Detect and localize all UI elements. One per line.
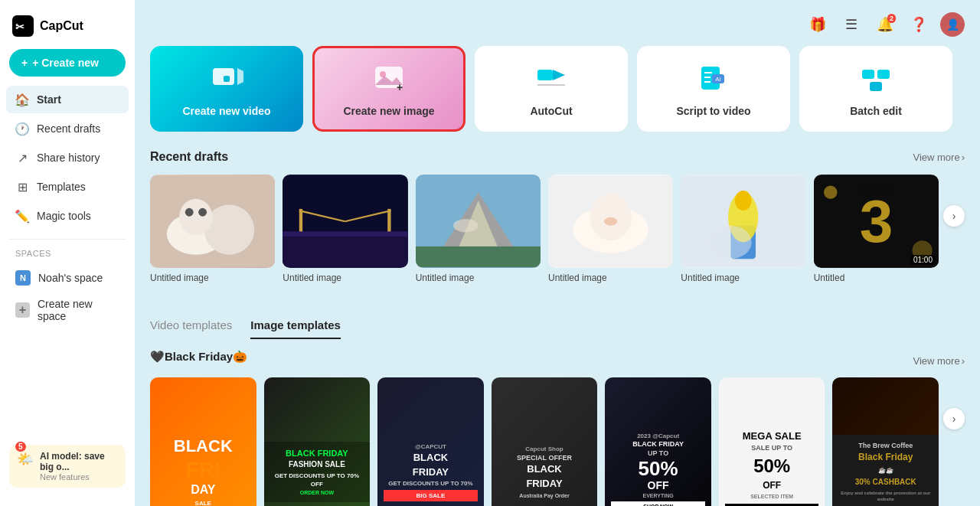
create-image-icon: + (371, 60, 407, 97)
ai-model-notice[interactable]: 5 🌤️ AI model: save big o... New feature… (9, 445, 126, 488)
sidebar-item-start[interactable]: 🏠 Start (6, 86, 129, 113)
template-thumbnail: @CAPCUT BLACK FRIDAY GET DISCOUNTS UP TO… (377, 377, 484, 506)
sidebar-item-templates-label: Templates (37, 181, 86, 193)
plus-icon: + (21, 57, 28, 69)
menu-icon[interactable]: ☰ (839, 12, 864, 37)
draft-item[interactable]: Untitled image (416, 175, 541, 283)
draft-thumbnail (150, 175, 275, 268)
recent-drafts-view-more[interactable]: View more › (913, 152, 965, 163)
draft-item[interactable]: Untitled image (150, 175, 275, 283)
script-label: Script to video (676, 105, 750, 117)
logo-text: CapCut (40, 19, 83, 33)
template-item[interactable]: 2023 @Capcut BLACK FRIDAY UP TO 50% OFF … (605, 377, 711, 506)
templates-section: Video templates Image templates 🖤Black F… (150, 318, 965, 506)
svg-point-50 (710, 226, 751, 260)
sidebar-item-start-label: Start (37, 93, 61, 106)
create-new-space[interactable]: + Create new space (6, 292, 129, 328)
template-item[interactable]: BLACK FRI DAY SALE Black Friday Workout … (150, 377, 256, 506)
svg-rect-2 (213, 68, 234, 85)
svg-text:+: + (397, 81, 403, 93)
sidebar-item-templates[interactable]: ⊞ Templates (6, 173, 129, 201)
space-avatar: N (15, 270, 31, 286)
create-video-card[interactable]: + Create new video (150, 46, 303, 132)
notification-icon[interactable]: 🔔 2 (873, 12, 897, 37)
divider (9, 239, 126, 240)
draft-item[interactable]: Untitled image (283, 175, 407, 283)
ai-sun-icon: 🌤️ (17, 451, 34, 468)
batch-edit-card[interactable]: Batch edit (799, 46, 952, 132)
create-new-button[interactable]: + + Create new (9, 49, 126, 77)
grid-icon: ⊞ (15, 180, 29, 194)
ai-model-sub: New features (40, 472, 118, 482)
create-video-icon: + (208, 60, 245, 97)
sidebar-item-magic-tools[interactable]: ✏️ Magic tools (6, 202, 129, 230)
magic-icon: ✏️ (15, 209, 29, 223)
tab-video-templates[interactable]: Video templates (150, 318, 232, 339)
create-video-label: Create new video (182, 105, 270, 117)
template-item[interactable]: MEGA SALE SALE UP TO 50% OFF SELECTED IT… (719, 377, 825, 506)
tab-image-templates[interactable]: Image templates (250, 318, 341, 339)
svg-marker-3 (237, 68, 243, 85)
template-thumbnail: The Brew Coffee Black Friday ☕☕ 30% CASH… (832, 377, 939, 506)
create-btn-label: + Create new (32, 57, 99, 69)
space-item-noah[interactable]: N Noah's space (6, 264, 129, 292)
batch-label: Batch edit (850, 105, 902, 117)
template-thumbnail: BLACK FRI DAY SALE (150, 377, 256, 506)
sidebar-item-recent-drafts[interactable]: 🕐 Recent drafts (6, 115, 129, 142)
autocut-card[interactable]: AutoCut (475, 46, 628, 132)
create-space-label: Create new space (38, 298, 119, 322)
draft-label: Untitled image (416, 273, 541, 283)
template-item[interactable]: @CAPCUT BLACK FRIDAY GET DISCOUNTS UP TO… (377, 377, 484, 506)
svg-point-45 (604, 217, 617, 226)
gift-icon[interactable]: 🎁 (805, 12, 830, 37)
svg-point-53 (824, 185, 837, 198)
autocut-label: AutoCut (530, 105, 572, 117)
clock-icon: 🕐 (15, 122, 29, 135)
svg-marker-11 (553, 70, 565, 80)
recent-drafts-title: Recent drafts (150, 150, 228, 164)
user-avatar[interactable]: 👤 (940, 12, 965, 37)
sidebar-item-share-history[interactable]: ↗ Share history (6, 144, 129, 171)
svg-rect-10 (537, 70, 553, 80)
help-icon[interactable]: ❓ (906, 12, 931, 37)
chevron-right-icon: › (962, 355, 965, 367)
draft-label: Untitled image (548, 273, 673, 283)
template-item[interactable]: BLACK FRIDAY FASHION SALE GET DISCOUNTS … (264, 377, 371, 506)
draft-item[interactable]: Untitled image (548, 175, 673, 283)
drafts-row: Untitled image Untitled image (150, 175, 965, 302)
svg-text:AI: AI (715, 76, 721, 83)
templates-next-button[interactable]: › (943, 408, 965, 429)
sidebar-nav: 🏠 Start 🕐 Recent drafts ↗ Share history … (0, 86, 135, 230)
drafts-next-button[interactable]: › (943, 205, 965, 227)
template-item[interactable]: The Brew Coffee Black Friday ☕☕ 30% CASH… (832, 377, 939, 506)
svg-text:+: + (225, 76, 229, 83)
draft-item[interactable]: Untitled image (681, 175, 805, 283)
drafts-nav: › (943, 205, 965, 227)
draft-duration: 01:00 (910, 255, 936, 265)
templates-nav: › (943, 408, 965, 429)
ai-model-badge: 5 (15, 442, 26, 452)
svg-point-39 (453, 219, 479, 232)
draft-item[interactable]: 3 01:00 Untitled (814, 175, 939, 283)
logo: ✂ CapCut (0, 9, 135, 49)
draft-thumbnail (283, 175, 407, 268)
svg-text:✂: ✂ (15, 21, 24, 33)
chevron-right-icon: › (962, 152, 965, 163)
draft-thumbnail (681, 175, 805, 268)
svg-rect-20 (877, 70, 890, 79)
svg-rect-29 (283, 234, 407, 268)
templates-view-more[interactable]: View more › (913, 355, 965, 367)
svg-text:3: 3 (860, 188, 893, 255)
draft-thumbnail (548, 175, 673, 268)
template-item[interactable]: Capcut Shop SPECIAL OFFER BLACK FRIDAY A… (492, 377, 598, 506)
svg-point-25 (179, 199, 213, 236)
ai-model-title: AI model: save big o... (40, 451, 118, 472)
svg-rect-19 (862, 70, 874, 79)
recent-drafts-header: Recent drafts View more › (150, 150, 965, 164)
draft-label: Untitled image (681, 273, 805, 283)
create-image-card[interactable]: + Create new image (312, 46, 466, 132)
add-space-icon: + (15, 302, 30, 318)
create-image-label: Create new image (343, 105, 434, 117)
script-to-video-card[interactable]: AI Script to video (637, 46, 790, 132)
share-icon: ↗ (15, 151, 29, 165)
